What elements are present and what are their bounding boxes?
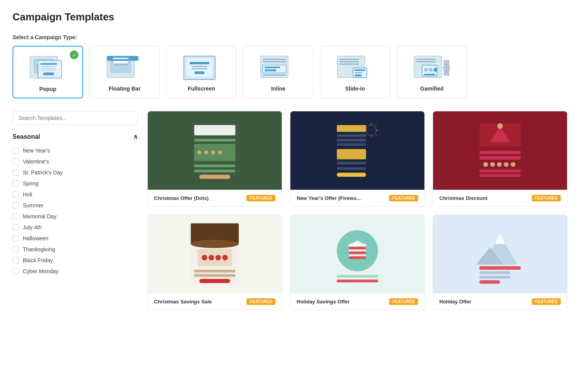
filter-checkbox-valentines[interactable] [13, 158, 19, 165]
svg-rect-59 [194, 169, 236, 172]
template-preview-holiday-offer [433, 215, 567, 293]
template-name-holiday-savings: Holiday Savings Offer [297, 299, 350, 305]
svg-rect-78 [337, 172, 366, 177]
svg-rect-30 [263, 74, 286, 76]
svg-rect-90 [480, 169, 521, 172]
filter-item-st-patricks[interactable]: St. Patrick's Day [13, 167, 138, 178]
svg-rect-117 [480, 271, 511, 274]
svg-rect-76 [337, 162, 366, 164]
slide-in-label: Slide-in [345, 85, 365, 92]
svg-rect-10 [41, 70, 56, 71]
filter-checkbox-spring[interactable] [13, 180, 19, 187]
search-input[interactable] [13, 111, 138, 125]
filter-checkbox-july-4th[interactable] [13, 224, 19, 230]
page-title: Campaign Templates [13, 11, 567, 23]
filter-label-thanksgiving: Thanksgiving [23, 246, 55, 252]
svg-rect-74 [337, 143, 366, 146]
fullscreen-icon [182, 54, 221, 82]
svg-rect-116 [480, 266, 521, 270]
svg-point-99 [222, 255, 228, 260]
filter-item-thanksgiving[interactable]: Thanksgiving [13, 244, 138, 255]
campaign-type-inline[interactable]: Inline [243, 46, 314, 98]
filter-label-spring: Spring [23, 180, 38, 187]
template-footer-christmas-savings: Christmas Savings Sale FEATURED [148, 293, 282, 310]
template-name-christmas-savings: Christmas Savings Sale [154, 299, 212, 305]
campaign-type-floating-bar[interactable]: Floating Bar [89, 46, 160, 98]
seasonal-section-header[interactable]: Seasonal ∧ [13, 133, 138, 140]
svg-rect-22 [192, 68, 207, 69]
filter-label-memorial-day: Memorial Day [23, 213, 56, 220]
filter-item-july-4th[interactable]: July 4th [13, 222, 138, 233]
filter-checkbox-black-friday[interactable] [13, 257, 19, 263]
svg-rect-83 [480, 151, 521, 154]
template-footer-holiday-offer: Holiday Offer FEATURED [433, 293, 567, 310]
filter-item-summer[interactable]: Summer [13, 200, 138, 211]
filter-checkbox-summer[interactable] [13, 202, 19, 209]
seasonal-label: Seasonal [13, 133, 40, 140]
svg-rect-34 [339, 64, 359, 65]
filter-checkbox-st-patricks[interactable] [13, 169, 19, 176]
filter-item-cyber-monday[interactable]: Cyber Monday [13, 266, 138, 277]
svg-rect-27 [263, 65, 286, 73]
svg-rect-119 [480, 280, 500, 284]
filter-item-new-years[interactable]: New Year's [13, 145, 138, 156]
filter-checkbox-halloween[interactable] [13, 235, 19, 241]
filter-checkbox-thanksgiving[interactable] [13, 246, 19, 252]
svg-rect-13 [111, 59, 130, 73]
filter-checkbox-holi[interactable] [13, 191, 19, 198]
template-preview-christmas-savings [148, 215, 282, 293]
svg-point-98 [216, 255, 221, 260]
filter-item-holi[interactable]: Holi [13, 189, 138, 200]
template-footer-new-years: New Year's Offer (Firewo... FEATURED [290, 190, 424, 206]
svg-rect-52 [194, 138, 236, 141]
svg-rect-107 [349, 247, 366, 249]
svg-rect-73 [337, 138, 366, 141]
inline-icon [259, 54, 298, 82]
svg-rect-36 [355, 69, 365, 71]
slide-in-icon [335, 54, 375, 82]
svg-rect-23 [194, 71, 205, 74]
filter-item-black-friday[interactable]: Black Friday [13, 255, 138, 266]
filter-checkbox-new-years[interactable] [13, 147, 19, 154]
template-card-holiday-offer[interactable]: Holiday Offer FEATURED [433, 214, 567, 310]
select-campaign-label: Select a Campaign Type: [13, 34, 567, 40]
svg-point-82 [497, 123, 503, 129]
template-footer-holiday-savings: Holiday Savings Offer FEATURED [290, 293, 424, 310]
template-card-holiday-savings[interactable]: Holiday Savings Offer FEATURED [290, 214, 425, 310]
svg-rect-108 [349, 251, 366, 254]
template-card-christmas-dots[interactable]: Christmas Offer (Dots) FEATURED [147, 111, 282, 207]
floating-bar-label: Floating Bar [109, 85, 141, 92]
filter-item-valentines[interactable]: Valentine's [13, 156, 138, 167]
campaign-type-popup[interactable]: ✓ Popup [13, 46, 83, 98]
fullscreen-label: Fullscreen [188, 85, 215, 92]
campaign-type-slide-in[interactable]: Slide-in [320, 46, 390, 98]
filter-label-cyber-monday: Cyber Monday [23, 268, 58, 274]
svg-rect-32 [339, 59, 359, 60]
filter-checkbox-memorial-day[interactable] [13, 213, 19, 220]
sidebar: Seasonal ∧ New Year's Valentine's [13, 111, 138, 310]
svg-point-87 [497, 162, 502, 167]
svg-rect-9 [41, 68, 56, 69]
campaign-types-container: ✓ Popup [13, 46, 567, 98]
svg-rect-11 [43, 73, 54, 75]
filter-item-halloween[interactable]: Halloween [13, 233, 138, 244]
filter-checkbox-cyber-monday[interactable] [13, 268, 19, 274]
campaign-type-fullscreen[interactable]: Fullscreen [166, 46, 237, 98]
svg-rect-15 [114, 64, 128, 65]
filter-item-memorial-day[interactable]: Memorial Day [13, 211, 138, 222]
filter-items-list: New Year's Valentine's St. Patrick's Day [13, 145, 138, 277]
campaign-type-gamified[interactable]: Gamified [397, 46, 467, 98]
floating-bar-icon [105, 54, 144, 82]
template-name-christmas-discount: Christmas Discount [439, 195, 488, 201]
svg-point-89 [511, 162, 515, 167]
template-footer-christmas-dots: Christmas Offer (Dots) FEATURED [148, 190, 282, 206]
template-card-christmas-discount[interactable]: Christmas Discount FEATURED [433, 111, 567, 207]
filter-item-spring[interactable]: Spring [13, 178, 138, 189]
template-card-christmas-savings[interactable]: Christmas Savings Sale FEATURED [147, 214, 282, 310]
filter-label-holi: Holi [23, 191, 32, 198]
templates-grid: Christmas Offer (Dots) FEATURED [147, 111, 567, 310]
svg-rect-51 [194, 125, 236, 135]
svg-rect-20 [190, 62, 209, 64]
template-card-new-years-fireworks[interactable]: New Year's Offer (Firewo... FEATURED [290, 111, 425, 207]
svg-rect-75 [337, 149, 366, 159]
